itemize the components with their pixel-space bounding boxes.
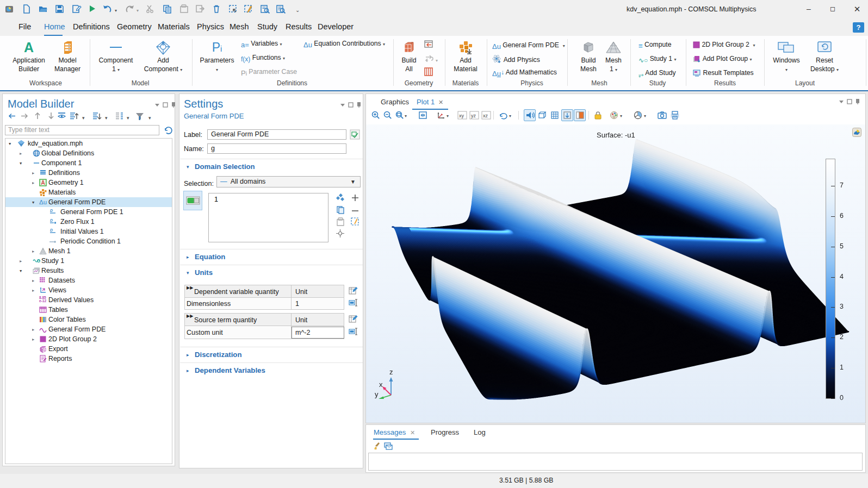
svg-text:yz: yz [471, 113, 476, 118]
svg-text:D: D [50, 209, 53, 212]
svg-text:y: y [375, 390, 379, 398]
svg-text:z: z [389, 368, 393, 376]
svg-text:D: D [50, 228, 53, 232]
svg-text:xy: xy [459, 113, 464, 118]
svg-text:D: D [50, 218, 53, 222]
svg-text:xz: xz [483, 113, 488, 118]
svg-text:x: x [379, 380, 383, 389]
